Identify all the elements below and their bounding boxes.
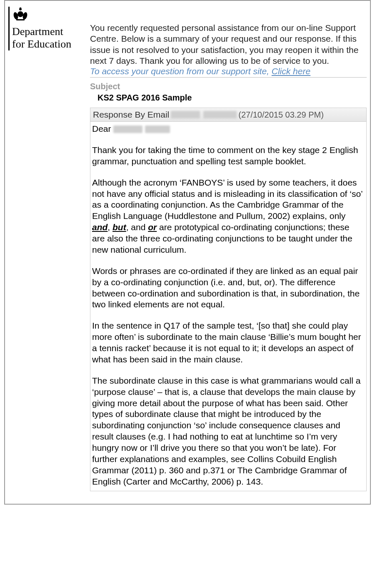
greeting-word: Dear	[92, 124, 111, 133]
body-paragraph-5: The subordinate clause in this case is w…	[92, 375, 364, 487]
redacted-recipient-2	[145, 126, 170, 133]
department-name: Department for Education	[8, 25, 88, 50]
access-link[interactable]: Click here	[272, 66, 310, 76]
greeting-line: Dear	[92, 123, 364, 135]
redacted-name-2	[203, 111, 237, 118]
redacted-recipient-1	[113, 126, 142, 133]
access-prefix: To access your question from our support…	[90, 66, 272, 76]
crest-icon	[12, 7, 29, 24]
intro-text: You recently requested personal assistan…	[90, 23, 367, 66]
svg-point-0	[18, 11, 23, 17]
response-timestamp: (27/10/2015 03.29 PM)	[238, 110, 324, 120]
svg-rect-4	[20, 8, 21, 9]
email-document: Department for Education You recently re…	[4, 0, 371, 505]
email-body: Dear Thank you for taking the time to co…	[90, 122, 367, 491]
response-header-bar: Response By Email (27/10/2015 03.29 PM)	[90, 108, 367, 122]
body-paragraph-3: Words or phrases are co-ordinated if the…	[92, 266, 364, 311]
body-paragraph-1: Thank you for taking the time to comment…	[92, 145, 364, 167]
svg-rect-5	[16, 19, 25, 20]
body-paragraph-4: In the sentence in Q17 of the sample tes…	[92, 320, 364, 365]
word-or: or	[148, 222, 157, 232]
dept-line-1: Department	[12, 25, 63, 38]
access-line: To access your question from our support…	[90, 66, 367, 78]
logo-block: Department for Education	[8, 3, 88, 50]
word-and: and	[92, 222, 108, 232]
body-paragraph-2: Although the acronym ‘FANBOYS’ is used b…	[92, 177, 364, 256]
subject-value: KS2 SPAG 2016 Sample	[90, 93, 367, 103]
redacted-name-1	[171, 111, 200, 118]
content-column: You recently requested personal assistan…	[88, 3, 367, 491]
header-row: Department for Education You recently re…	[8, 3, 367, 491]
dept-line-2: for Education	[12, 38, 71, 50]
subject-label: Subject	[90, 82, 367, 91]
response-prefix: Response By Email	[93, 110, 169, 120]
word-but: but	[112, 222, 126, 232]
